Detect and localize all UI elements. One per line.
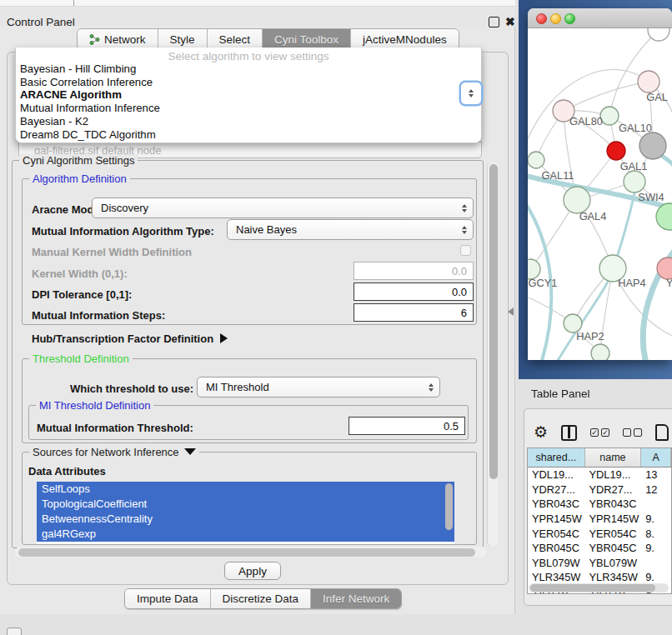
apply-button[interactable]: Apply (224, 562, 281, 580)
node-label: SWI4 (638, 191, 664, 203)
attribute-item[interactable]: gal4RGexp (37, 527, 454, 542)
tab-discretize-data[interactable]: Discretize Data (211, 589, 312, 608)
algorithm-definition-title: Algorithm Definition (29, 172, 130, 185)
tab-select[interactable]: Select (208, 29, 263, 49)
node-label: GAL (646, 91, 668, 103)
algorithm-option[interactable]: Bayesian - K2 (16, 115, 481, 128)
attribute-item[interactable]: TopologicalCoefficient (37, 497, 454, 512)
minimize-traffic-icon[interactable] (550, 13, 561, 24)
tab-cyni-toolbox[interactable]: Cyni Toolbox (263, 29, 351, 49)
network-node[interactable] (591, 344, 609, 360)
panel-splitter-arrow[interactable] (508, 308, 514, 316)
mi-type-value: Naive Bayes (236, 223, 297, 236)
expand-right-icon (220, 333, 228, 343)
table-cell: 9. (641, 512, 671, 527)
hub-definition-toggle[interactable]: Hub/Transcription Factor Definition (32, 332, 228, 345)
focused-combo-stepper[interactable] (461, 82, 481, 104)
kernel-width-field[interactable]: 0.0 (354, 262, 474, 280)
select-all-checks-icon[interactable]: ✓✓ (590, 428, 609, 437)
which-threshold-select[interactable]: MI Threshold (197, 377, 440, 398)
node-label: HAP2 (576, 330, 604, 342)
node-label: GAL4 (579, 210, 607, 222)
tab-infer-network[interactable]: Infer Network (311, 589, 401, 608)
settings-vertical-scrollbar[interactable] (487, 162, 498, 547)
algorithm-option[interactable]: ARACNE Algorithm (16, 88, 481, 102)
algorithm-option[interactable]: Dream8 DC_TDC Algorithm (16, 128, 481, 142)
network-node[interactable] (656, 203, 672, 230)
node-label: GAL10 (619, 122, 652, 134)
tab-jactivemnodules[interactable]: jActiveMNodules (351, 29, 459, 49)
table-cell: YBR045C (528, 541, 585, 556)
network-node[interactable] (648, 28, 669, 41)
table-row[interactable]: YBR045CYBR045C9. (528, 541, 671, 556)
attribute-item[interactable]: BetweennessCentrality (37, 512, 454, 527)
table-row[interactable]: YER054CYER054C8. (528, 526, 671, 541)
manual-kernel-checkbox[interactable] (460, 245, 471, 256)
sources-group-title[interactable]: Sources for Network Inference (29, 446, 199, 458)
deselect-all-checks-icon[interactable] (623, 428, 642, 437)
stepper-icon (462, 226, 467, 234)
attribute-item[interactable]: SelfLoops (37, 482, 454, 497)
network-node-gal[interactable] (638, 71, 659, 92)
table-horizontal-scrollbar[interactable] (529, 583, 669, 592)
document-icon[interactable] (655, 424, 669, 441)
tab-impute-data[interactable]: Impute Data (125, 589, 211, 608)
close-traffic-icon[interactable] (536, 13, 547, 24)
algorithm-popup-placeholder: Select algorithm to view settings (16, 48, 481, 62)
table-row[interactable]: YDL19...YDL19...13 (528, 468, 671, 482)
table-cell: 12 (641, 482, 671, 498)
network-window-titlebar[interactable] (528, 8, 672, 28)
mi-threshold-field[interactable]: 0.5 (349, 417, 465, 435)
network-node-swi4[interactable] (624, 171, 645, 192)
mi-steps-label: Mutual Information Steps: (32, 309, 165, 322)
aracne-mode-value: Discovery (101, 202, 148, 214)
table-row[interactable]: YPR145WYPR145W9. (528, 512, 671, 527)
column-header-name[interactable]: name (585, 448, 642, 467)
network-node-gal1[interactable] (607, 142, 625, 160)
column-header-shared[interactable]: shared... (528, 448, 585, 467)
network-node-gal10[interactable] (600, 107, 619, 125)
network-view-frame: GALGAL80GAL10GAL1GAL11SWI4GAL4GCY1HAP4YH… (519, 0, 672, 379)
mi-steps-field[interactable]: 6 (354, 303, 474, 322)
table-row[interactable]: YDR27...YDR27...12 (528, 482, 671, 498)
table-row[interactable]: YBL079WYBL079W (528, 556, 671, 571)
table-cell: YDL19... (585, 468, 642, 482)
algorithm-option[interactable]: Basic Correlation Inference (16, 76, 481, 89)
algorithm-option[interactable]: Bayesian - Hill Climbing (16, 62, 481, 76)
data-attributes-list[interactable]: SelfLoopsTopologicalCoefficientBetweenne… (37, 482, 454, 544)
float-window-icon[interactable] (489, 17, 499, 28)
settings-group-title: Cyni Algorithm Settings (19, 154, 138, 167)
columns-icon[interactable] (561, 425, 577, 441)
table-cell: YER054C (585, 526, 642, 541)
network-window[interactable]: GALGAL80GAL10GAL1GAL11SWI4GAL4GCY1HAP4YH… (528, 8, 672, 360)
mi-type-select[interactable]: Naive Bayes (227, 219, 474, 240)
list-scrollbar[interactable] (445, 483, 453, 530)
network-node-gal11[interactable] (528, 152, 544, 168)
tab-style[interactable]: Style (158, 29, 208, 49)
close-icon[interactable]: ✖ (505, 17, 516, 28)
network-node[interactable] (639, 132, 666, 159)
gear-icon[interactable]: ⚙ (534, 424, 548, 441)
bottom-corner-icon[interactable] (7, 628, 22, 635)
table-cell: YER054C (528, 526, 585, 541)
algorithm-option[interactable]: Mutual Information Inference (16, 102, 481, 115)
network-canvas[interactable]: GALGAL80GAL10GAL1GAL11SWI4GAL4GCY1HAP4YH… (528, 28, 672, 360)
collapse-down-icon (184, 448, 196, 455)
data-attributes-label: Data Attributes (28, 465, 106, 478)
table-toolbar: ⚙ ✓✓ (534, 421, 672, 444)
table-row[interactable]: YBR043CYBR043C (528, 497, 671, 512)
settings-horizontal-scrollbar[interactable] (15, 547, 487, 558)
aracne-mode-select[interactable]: Discovery (92, 198, 474, 218)
node-label: GAL11 (542, 169, 574, 182)
dpi-tolerance-field[interactable]: 0.0 (354, 282, 474, 301)
control-panel-title: Control Panel (7, 16, 75, 28)
tab-network[interactable]: Network (78, 29, 158, 49)
control-panel: Control Panel ✖ NetworkStyleSelectCyni T… (0, 0, 515, 614)
window-top-strip (0, 0, 515, 7)
table-cell: YDR27... (528, 482, 585, 498)
table-cell: YDL19... (528, 468, 585, 482)
zoom-traffic-icon[interactable] (564, 13, 575, 24)
column-header-a[interactable]: A (641, 448, 671, 467)
node-attribute-table[interactable]: shared...nameAYDL19...YDL19...13YDR27...… (527, 448, 672, 594)
threshold-definition-title: Threshold Definition (29, 352, 133, 365)
